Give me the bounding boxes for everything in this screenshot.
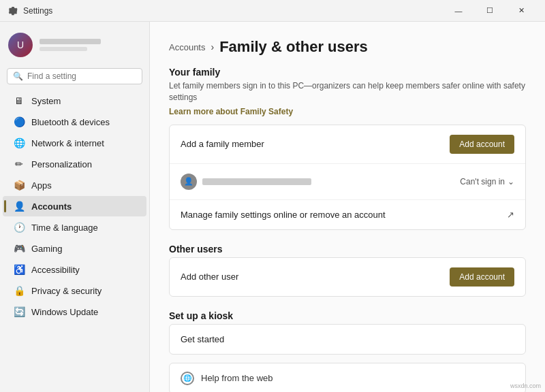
your-family-card: Add a family member Add account 👤 Can't …: [169, 125, 526, 230]
sidebar-item-accessibility[interactable]: ♿ Accessibility: [3, 259, 146, 280]
sidebar-item-time[interactable]: 🕐 Time & language: [3, 217, 146, 238]
external-link-icon: ↗: [507, 210, 514, 220]
add-family-member-row: Add a family member Add account: [170, 125, 525, 164]
sidebar-item-network[interactable]: 🌐 Network & internet: [3, 133, 146, 153]
chevron-down-icon: ⌄: [508, 177, 514, 186]
main-content: Accounts › Family & other users Your fam…: [150, 22, 545, 392]
breadcrumb: Accounts › Family & other users: [169, 38, 526, 56]
other-users-card: Add other user Add account: [169, 257, 526, 297]
sidebar-item-label-time: Time & language: [31, 223, 98, 233]
sidebar-item-bluetooth[interactable]: 🔵 Bluetooth & devices: [3, 112, 146, 132]
settings-icon: [8, 6, 18, 16]
sidebar-item-label-accounts: Accounts: [31, 201, 72, 212]
your-family-desc: Let family members sign in to this PC—or…: [169, 80, 526, 103]
sidebar-item-privacy[interactable]: 🔒 Privacy & security: [3, 280, 146, 301]
time-icon: 🕐: [14, 222, 25, 233]
sidebar-item-label-system: System: [31, 96, 61, 106]
sidebar-item-label-accessibility: Accessibility: [31, 265, 80, 275]
help-row: 🌐 Help from the web: [169, 363, 526, 392]
sidebar-item-system[interactable]: 🖥 System: [3, 91, 146, 111]
sidebar-item-label-update: Windows Update: [31, 307, 98, 317]
sidebar-item-label-gaming: Gaming: [31, 244, 63, 254]
personalization-icon: ✏: [14, 159, 25, 169]
existing-user-row: 👤 Can't sign in ⌄: [170, 164, 525, 200]
get-started-label: Get started: [181, 334, 224, 344]
learn-more-link[interactable]: Learn more about Family Safety: [169, 107, 293, 116]
user-email-blurred: [202, 178, 311, 185]
maximize-button[interactable]: ☐: [474, 0, 505, 22]
sidebar-item-label-apps: Apps: [31, 180, 52, 191]
add-account-button-2[interactable]: Add account: [450, 267, 514, 287]
sidebar-profile: U: [0, 22, 149, 65]
search-icon: 🔍: [13, 71, 23, 81]
accounts-icon: 👤: [14, 201, 25, 212]
minimize-button[interactable]: —: [443, 0, 474, 22]
gaming-icon: 🎮: [14, 243, 25, 254]
sidebar-item-update[interactable]: 🔄 Windows Update: [3, 301, 146, 322]
kiosk-section: Set up a kiosk Get started: [169, 310, 526, 355]
kiosk-title: Set up a kiosk: [169, 310, 526, 321]
titlebar-controls: — ☐ ✕: [443, 0, 537, 22]
cant-sign-in-label: Can't sign in: [460, 177, 505, 186]
titlebar: Settings — ☐ ✕: [0, 0, 545, 22]
close-button[interactable]: ✕: [505, 0, 537, 22]
manage-family-label: Manage family settings online or remove …: [181, 210, 386, 220]
add-other-user-row: Add other user Add account: [170, 258, 525, 296]
kiosk-card: Get started: [169, 324, 526, 355]
sidebar-item-personalization[interactable]: ✏ Personalization: [3, 154, 146, 174]
sidebar-item-accounts[interactable]: 👤 Accounts: [3, 196, 146, 216]
page-title: Family & other users: [219, 38, 368, 56]
user-row-left: 👤: [181, 174, 311, 190]
system-icon: 🖥: [14, 95, 25, 106]
update-icon: 🔄: [14, 306, 25, 317]
help-title: Help from the web: [201, 373, 273, 383]
profile-name: [40, 39, 101, 44]
profile-text: [40, 39, 101, 51]
accessibility-icon: ♿: [14, 264, 25, 275]
user-avatar-small: 👤: [181, 174, 197, 190]
get-started-row: Get started: [170, 325, 525, 354]
cant-sign-in-control[interactable]: Can't sign in ⌄: [460, 177, 514, 186]
network-icon: 🌐: [14, 137, 25, 148]
sidebar: U 🔍 🖥 System 🔵 Bluetooth & devices 🌐 Net…: [0, 22, 150, 392]
other-users-title: Other users: [169, 244, 526, 255]
bluetooth-icon: 🔵: [14, 116, 25, 127]
avatar: U: [8, 33, 33, 57]
profile-email: [40, 47, 87, 51]
privacy-icon: 🔒: [14, 285, 25, 296]
apps-icon: 📦: [14, 180, 25, 191]
nav-list: 🖥 System 🔵 Bluetooth & devices 🌐 Network…: [0, 90, 149, 323]
sidebar-item-label-personalization: Personalization: [31, 159, 92, 169]
add-account-button-1[interactable]: Add account: [450, 135, 514, 154]
search-input[interactable]: [27, 71, 136, 81]
app-title: Settings: [23, 6, 52, 16]
globe-icon: 🌐: [181, 372, 194, 385]
manage-family-row[interactable]: Manage family settings online or remove …: [170, 200, 525, 229]
add-family-member-label: Add a family member: [181, 139, 264, 149]
breadcrumb-parent[interactable]: Accounts: [169, 42, 205, 52]
sidebar-item-label-bluetooth: Bluetooth & devices: [31, 117, 110, 127]
sidebar-item-apps[interactable]: 📦 Apps: [3, 175, 146, 195]
search-box[interactable]: 🔍: [7, 68, 142, 84]
your-family-title: Your family: [169, 67, 526, 78]
help-section: 🌐 Help from the web: [169, 363, 526, 392]
titlebar-left: Settings: [8, 6, 52, 16]
app-body: U 🔍 🖥 System 🔵 Bluetooth & devices 🌐 Net…: [0, 22, 545, 392]
breadcrumb-arrow: ›: [211, 42, 214, 52]
add-other-user-label: Add other user: [181, 272, 238, 282]
sidebar-item-gaming[interactable]: 🎮 Gaming: [3, 238, 146, 259]
sidebar-item-label-network: Network & internet: [31, 138, 104, 148]
sidebar-item-label-privacy: Privacy & security: [31, 286, 102, 296]
watermark: wsxdn.com: [510, 382, 541, 389]
